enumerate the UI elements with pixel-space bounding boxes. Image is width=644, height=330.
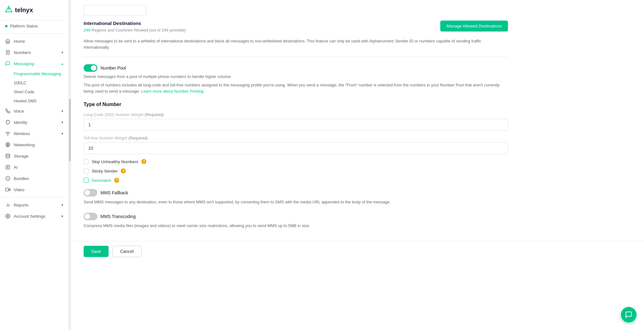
- sidebar-item-identity[interactable]: Identity ▾: [0, 117, 68, 128]
- sidebar-scroll-track: [69, 0, 71, 330]
- svg-rect-13: [6, 188, 9, 191]
- bundles-label: Bundles: [14, 176, 29, 181]
- sidebar-item-ai[interactable]: AI: [0, 162, 68, 173]
- svg-point-8: [6, 143, 10, 147]
- chat-fab-button[interactable]: [621, 307, 637, 323]
- long-code-input[interactable]: [84, 119, 508, 131]
- section-divider-1: [84, 56, 508, 57]
- svg-point-17: [7, 216, 8, 217]
- cancel-button[interactable]: Cancel: [112, 246, 142, 257]
- wireless-icon: [5, 131, 11, 136]
- geomatch-row: Geomatch ?: [84, 178, 508, 183]
- sidebar-item-reports[interactable]: Reports ▾: [0, 199, 68, 211]
- number-pool-label: Number Pool: [100, 66, 126, 70]
- mms-fallback-toggle[interactable]: [84, 189, 97, 197]
- sidebar-item-numbers[interactable]: Numbers ▾: [0, 47, 68, 58]
- platform-status-item[interactable]: Platform Status: [0, 21, 68, 32]
- sidebar-item-bundles[interactable]: Bundles: [0, 173, 68, 184]
- sidebar-item-networking[interactable]: Networking: [0, 139, 68, 150]
- ai-label: AI: [14, 165, 18, 170]
- wireless-chevron: ▾: [61, 132, 63, 136]
- voice-icon: [5, 108, 11, 114]
- svg-point-7: [7, 144, 8, 145]
- messaging-chevron: ▴: [61, 62, 63, 66]
- logo-area: telnyx: [0, 0, 68, 21]
- mms-fallback-toggle-row: MMS Fallback: [84, 189, 508, 197]
- sidebar-item-10dlc[interactable]: 10DLC: [14, 78, 68, 87]
- manage-allowed-destinations-button[interactable]: Manage Allowed Destinations: [440, 21, 508, 32]
- identity-icon: [5, 119, 11, 125]
- bundles-icon: [5, 176, 11, 181]
- geomatch-label[interactable]: Geomatch: [92, 178, 111, 183]
- sticky-sender-row: Sticky Sender ?: [84, 168, 508, 173]
- account-settings-label: Account Settings: [14, 214, 45, 219]
- sidebar-item-video[interactable]: Video: [0, 184, 68, 195]
- sidebar-item-programmable-messaging[interactable]: Programmable Messaging: [14, 69, 68, 78]
- mms-transcoding-toggle[interactable]: [84, 213, 97, 220]
- svg-point-9: [6, 154, 10, 155]
- sticky-sender-info-icon[interactable]: ?: [121, 168, 126, 173]
- numbers-chevron: ▾: [61, 51, 63, 55]
- platform-status-label: Platform Status: [10, 24, 38, 28]
- international-destinations-section: International Destinations 246 Regions a…: [84, 21, 508, 50]
- reports-chevron: ▾: [61, 203, 63, 207]
- reports-label: Reports: [14, 203, 28, 207]
- logo-name: telnyx: [15, 7, 33, 14]
- save-button[interactable]: Save: [84, 246, 109, 257]
- toll-free-label: Toll-free Number Weight (Required): [84, 136, 508, 140]
- geomatch-info-icon[interactable]: ?: [114, 178, 119, 183]
- mms-transcoding-toggle-row: MMS Transcoding: [84, 213, 508, 220]
- content-area: International Destinations 246 Regions a…: [71, 21, 520, 241]
- numbers-label: Numbers: [14, 50, 31, 55]
- svg-marker-12: [9, 189, 10, 191]
- identity-chevron: ▾: [61, 120, 63, 124]
- skip-unhealthy-row: Skip Unhealthy Numbers ?: [84, 159, 508, 164]
- number-pool-toggle[interactable]: [84, 64, 97, 72]
- skip-unhealthy-checkbox[interactable]: [84, 159, 89, 164]
- top-input-area: [71, 0, 644, 21]
- wireless-label: Wireless: [14, 131, 30, 136]
- number-pool-toggle-row: Number Pool: [84, 64, 508, 72]
- sidebar-item-hosted-sms[interactable]: Hosted SMS: [14, 96, 68, 105]
- networking-label: Networking: [14, 143, 35, 147]
- mms-transcoding-label: MMS Transcoding: [100, 214, 136, 219]
- ai-icon: [5, 164, 11, 170]
- mms-transcoding-desc: Compress MMS media files (images and vid…: [84, 223, 508, 229]
- number-pool-info: The pool of numbers includes all long-co…: [84, 82, 508, 94]
- sidebar-item-home[interactable]: Home: [0, 36, 68, 47]
- home-icon: [5, 38, 11, 44]
- sidebar-item-wireless[interactable]: Wireless ▾: [0, 128, 68, 139]
- sticky-sender-checkbox[interactable]: [84, 168, 89, 173]
- sidebar-item-messaging[interactable]: Messaging ▴: [0, 58, 68, 69]
- settings-icon: [5, 213, 11, 219]
- sidebar-item-voice[interactable]: Voice ▾: [0, 105, 68, 117]
- type-of-number-title: Type of Number: [84, 102, 508, 107]
- messaging-icon: [5, 61, 11, 66]
- long-code-label: Long Code (DID) Number Weight (Required): [84, 112, 508, 117]
- video-label: Video: [14, 187, 24, 192]
- intl-description: Allow messages to be sent to a whitelist…: [84, 38, 508, 50]
- mms-fallback-label: MMS Fallback: [100, 190, 128, 195]
- storage-icon: [5, 153, 11, 159]
- type-of-number-section: Type of Number Long Code (DID) Number We…: [84, 102, 508, 183]
- sidebar-item-short-code[interactable]: Short Code: [14, 87, 68, 96]
- networking-icon: [5, 142, 11, 148]
- intl-title-block: International Destinations 246 Regions a…: [84, 21, 186, 35]
- sidebar-item-storage[interactable]: Storage: [0, 150, 68, 162]
- geomatch-checkbox[interactable]: [84, 178, 89, 183]
- main-content: International Destinations 246 Regions a…: [71, 0, 644, 330]
- toll-free-input[interactable]: [84, 142, 508, 154]
- numbers-icon: [5, 50, 11, 55]
- messaging-sub-menu: Programmable Messaging 10DLC Short Code …: [0, 69, 68, 105]
- voice-chevron: ▾: [61, 109, 63, 113]
- number-pool-section: Number Pool Deliver messages from a pool…: [84, 64, 508, 183]
- svg-point-6: [7, 135, 8, 135]
- sidebar-item-account-settings[interactable]: Account Settings ▾: [0, 211, 68, 222]
- number-pool-desc: Deliver messages from a pool of multiple…: [84, 74, 508, 79]
- top-input-field[interactable]: [84, 5, 146, 16]
- status-dot: [5, 25, 7, 27]
- bottom-action-bar: Save Cancel: [71, 241, 644, 261]
- video-icon: [5, 187, 11, 192]
- learn-more-link[interactable]: Learn more about Number Pooling.: [141, 89, 204, 94]
- skip-unhealthy-info-icon[interactable]: ?: [141, 159, 146, 164]
